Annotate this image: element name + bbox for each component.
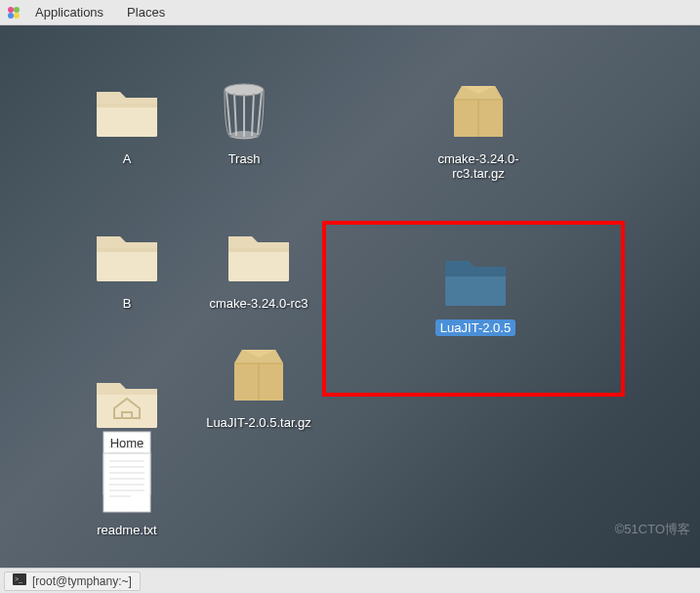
taskbar: >_ [root@tymphany:~] bbox=[0, 568, 700, 593]
folder-icon bbox=[92, 76, 162, 147]
desktop-icon-luajit-archive[interactable]: LuaJIT-2.0.5.tar.gz bbox=[190, 340, 327, 431]
folder-icon bbox=[224, 221, 294, 291]
desktop-icon-luajit-folder[interactable]: LuaJIT-2.0.5 bbox=[422, 245, 529, 336]
svg-point-3 bbox=[14, 13, 20, 19]
desktop-icon-label: Trash bbox=[224, 150, 266, 167]
home-folder-icon bbox=[92, 367, 162, 438]
desktop-icon-trash[interactable]: Trash bbox=[190, 76, 298, 167]
applications-menu[interactable]: Applications bbox=[25, 2, 113, 22]
desktop-icon-label: LuaJIT-2.0.5.tar.gz bbox=[201, 414, 316, 431]
archive-icon bbox=[443, 76, 514, 147]
desktop-icon-label: readme.txt bbox=[92, 522, 161, 538]
svg-rect-15 bbox=[103, 453, 150, 512]
desktop-icon-folder-a[interactable]: A bbox=[73, 76, 181, 167]
svg-point-1 bbox=[14, 7, 20, 13]
terminal-icon: >_ bbox=[13, 573, 26, 588]
desktop-icon-folder-b[interactable]: B bbox=[73, 221, 181, 312]
places-menu[interactable]: Places bbox=[117, 2, 175, 22]
desktop-icon-label: cmake-3.24.0-rc3.tar.gz bbox=[410, 150, 547, 182]
desktop-icon-readme[interactable]: readme.txt bbox=[73, 447, 181, 538]
folder-icon bbox=[92, 221, 162, 291]
trash-icon bbox=[209, 76, 279, 147]
desktop-icon-label: A bbox=[118, 150, 137, 167]
desktop-icon-label: LuaJIT-2.0.5 bbox=[435, 319, 515, 336]
svg-point-0 bbox=[8, 7, 14, 13]
top-menubar: Applications Places bbox=[0, 0, 700, 25]
desktop-icon-cmake-archive[interactable]: cmake-3.24.0-rc3.tar.gz bbox=[405, 76, 552, 182]
svg-point-2 bbox=[8, 13, 14, 19]
taskbar-terminal-button[interactable]: >_ [root@tymphany:~] bbox=[4, 572, 141, 591]
archive-icon bbox=[224, 340, 294, 410]
desktop-icon-label: B bbox=[118, 295, 137, 312]
desktop-icon-home[interactable]: Home bbox=[73, 367, 181, 438]
desktop-icon-label: cmake-3.24.0-rc3 bbox=[204, 295, 312, 312]
svg-point-6 bbox=[230, 131, 258, 139]
folder-icon bbox=[440, 245, 511, 316]
taskbar-item-label: [root@tymphany:~] bbox=[32, 574, 132, 588]
desktop[interactable]: A Trash cmake-3.24.0-rc3.tar.gz bbox=[0, 25, 700, 568]
svg-text:>_: >_ bbox=[15, 575, 22, 583]
desktop-icon-cmake-folder[interactable]: cmake-3.24.0-rc3 bbox=[190, 221, 327, 312]
watermark: ©51CTO博客 bbox=[615, 521, 690, 538]
text-file-icon bbox=[92, 447, 162, 518]
distro-logo-icon bbox=[6, 5, 21, 21]
